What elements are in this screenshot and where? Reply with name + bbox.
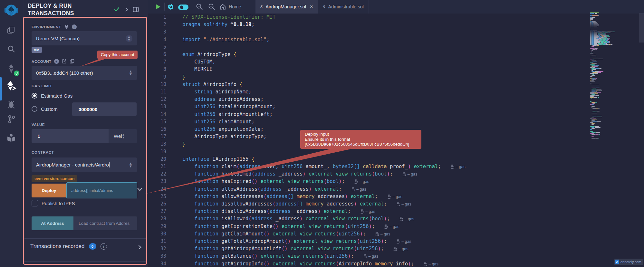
line-number-gutter: 1234567891011121314151617181920212223242… <box>148 0 169 267</box>
line-number: 20 <box>160 156 166 163</box>
at-address-input[interactable] <box>73 216 137 230</box>
chevron-right-icon[interactable] <box>138 245 142 251</box>
line-number: 2 <box>163 21 166 28</box>
minimap[interactable] <box>590 12 639 139</box>
debugger-icon[interactable] <box>4 98 18 111</box>
scrollbar-slider[interactable] <box>639 13 644 43</box>
code-line[interactable]: interface IAirdrop1155 { <box>182 156 255 163</box>
code-line[interactable]: pragma solidity ^0.8.19; <box>182 21 255 28</box>
line-number: 1 <box>163 14 166 21</box>
transactions-row: Transactions recorded 0 i <box>30 243 107 250</box>
code-line[interactable]: string airdropName; <box>182 88 252 96</box>
custom-gas-input[interactable] <box>72 102 137 116</box>
chevron-down-icon[interactable] <box>137 187 143 193</box>
code-line[interactable]: struct AirdropInfo { <box>182 81 243 88</box>
account-select[interactable]: 0x5B3...eddC4 (100 ether) ▲▼ <box>32 66 137 80</box>
gas-estimate-hint: – gas <box>397 239 411 244</box>
divider <box>24 238 147 239</box>
environment-select[interactable]: Remix VM (Cancun) ▲▼ <box>32 31 137 45</box>
gas-pump-icon <box>351 187 355 191</box>
custom-gas-option[interactable]: Custom <box>32 106 58 112</box>
code-line[interactable]: uint256 claimAmount; <box>182 118 255 126</box>
tab-home[interactable]: Home <box>220 0 241 14</box>
tab-Administrable.sol[interactable]: SAdministrable.sol <box>318 0 369 14</box>
file-explorer-icon[interactable] <box>4 24 18 37</box>
value-input[interactable] <box>32 129 109 143</box>
environment-label-row: ENVIRONMENT i <box>32 24 77 30</box>
account-label-row: ACCOUNT + <box>32 59 75 64</box>
value-unit-select[interactable]: Wei ▲▼ <box>109 129 137 143</box>
code-line[interactable]: uint256 airdropAmountLeft; <box>182 111 273 118</box>
gas-pump-icon <box>424 262 428 266</box>
deploy-run-icon[interactable] <box>4 79 18 92</box>
search-icon[interactable] <box>4 43 18 55</box>
publish-ipfs-checkbox[interactable] <box>32 200 38 206</box>
code-line[interactable]: function isAllowed(address _address) ext… <box>182 215 414 223</box>
code-line[interactable]: } <box>182 73 185 81</box>
code-line[interactable]: function disallowAddress(address _addres… <box>182 208 375 215</box>
close-tab-icon[interactable]: × <box>310 4 313 10</box>
code-line[interactable]: function getTotalAirdropAmount() externa… <box>182 238 411 245</box>
plus-icon[interactable]: + <box>54 59 59 64</box>
gas-estimate-hint: – gas <box>399 217 414 221</box>
code-line[interactable]: function disallowAddresses(address[] mem… <box>182 200 411 208</box>
pin-panel-icon[interactable] <box>133 7 139 14</box>
code-line[interactable]: function claim(address user, uint256 amo… <box>182 163 466 170</box>
info-icon[interactable]: i <box>101 243 107 250</box>
deploy-params-input[interactable] <box>66 182 137 198</box>
code-line[interactable]: uint256 totalAirdropAmount; <box>182 103 275 110</box>
info-icon[interactable]: i <box>72 24 77 29</box>
code-line[interactable]: function getAirdropInfo() external view … <box>182 260 438 267</box>
plug-icon[interactable] <box>64 24 69 30</box>
code-line[interactable]: function getAirdropAmountLeft() external… <box>182 245 408 253</box>
gas-pump-icon <box>393 247 397 251</box>
gas-pump-icon <box>354 179 358 184</box>
code-line[interactable]: function hasExpired() external view retu… <box>182 178 369 185</box>
line-number: 16 <box>160 126 166 133</box>
gas-estimate-hint: – gas <box>354 179 369 184</box>
contract-select[interactable]: AirdropManager - contracts/Airdro​ ▲▼ <box>32 157 137 172</box>
copy-icon[interactable] <box>70 59 75 64</box>
line-number: 27 <box>160 208 166 215</box>
gas-limit-label: GAS LIMIT <box>32 84 52 88</box>
code-line[interactable]: function allowAddress(address _address) … <box>182 186 366 193</box>
code-line[interactable]: function hasClaimed(address _address) ex… <box>182 170 417 178</box>
account-label: ACCOUNT <box>32 60 52 63</box>
at-address-button[interactable]: At Address <box>32 216 73 230</box>
solidity-compiler-icon[interactable] <box>4 62 18 75</box>
tab-AirdropManager.sol[interactable]: SAirdropManager.sol× <box>255 0 318 14</box>
line-number: 23 <box>160 178 166 185</box>
code-line[interactable]: } <box>182 140 185 148</box>
code-line[interactable]: // SPDX-License-Identifier: MIT <box>182 14 275 21</box>
code-line[interactable]: uint256 expirationDate; <box>182 126 264 133</box>
expand-panel-icon[interactable] <box>125 7 129 13</box>
line-number: 7 <box>163 58 166 66</box>
learneth-icon[interactable] <box>4 131 18 144</box>
code-line[interactable]: address airdropAddress; <box>182 96 264 103</box>
tab-bar: Home SAirdropManager.sol×SAdministrable.… <box>148 0 644 14</box>
zoom-out-icon[interactable] <box>196 3 203 10</box>
deploy-button[interactable]: Deploy <box>32 184 66 197</box>
code-line[interactable]: CUSTOM, <box>182 58 216 66</box>
gas-pump-icon <box>397 202 400 206</box>
code-line[interactable]: function getExpirationDate() external vi… <box>182 223 399 230</box>
code-line[interactable]: enum AirdropType { <box>182 51 236 58</box>
line-number: 15 <box>160 118 166 126</box>
contract-label: CONTRACT <box>32 150 54 154</box>
code-line[interactable]: function getClaimAmount() external view … <box>182 230 390 238</box>
remix-logo[interactable] <box>4 2 18 19</box>
estimated-gas-option[interactable]: Estimated Gas <box>32 93 72 99</box>
code-line[interactable]: AirdropType airdropType; <box>182 133 266 140</box>
edit-icon[interactable] <box>62 59 67 64</box>
code-line[interactable]: function allowAddresses(address[] memory… <box>182 193 402 200</box>
radio-selected-icon[interactable] <box>32 93 37 99</box>
code-line[interactable]: import "./Administrable.sol"; <box>182 36 270 43</box>
code-line[interactable]: function getBalance() external view retu… <box>182 253 378 260</box>
git-icon[interactable] <box>4 113 18 126</box>
code-line[interactable]: MERKLE <box>182 66 212 73</box>
line-number: 33 <box>160 253 166 260</box>
radio-unselected-icon[interactable] <box>32 106 37 112</box>
line-number: 21 <box>160 163 166 170</box>
toggle-icon[interactable] <box>178 4 189 10</box>
zoom-in-icon[interactable] <box>208 3 215 10</box>
